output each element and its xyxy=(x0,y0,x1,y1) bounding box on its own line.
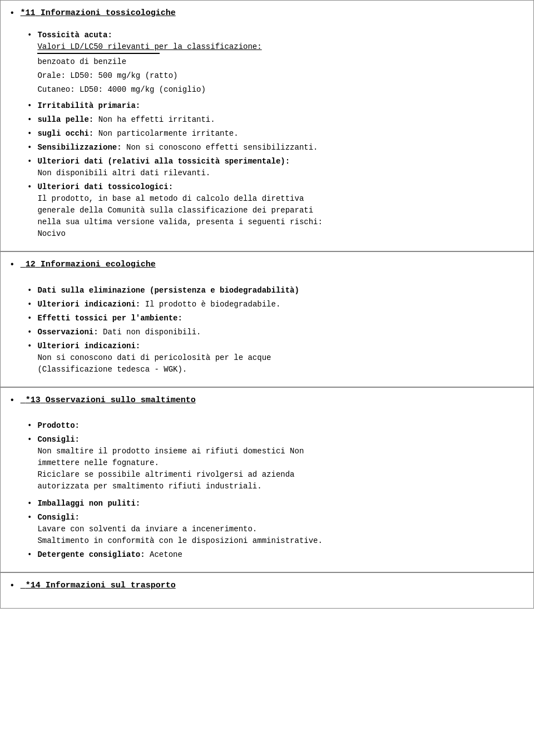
dati-eliminazione-content: Dati sulla eliminazione (persistenza e b… xyxy=(37,285,299,297)
section-13-title: *13 Osservazioni sullo smaltimento xyxy=(21,394,196,406)
imballaggi-label: Imballaggi non puliti: xyxy=(37,499,140,508)
occhi-content: sugli occhi: Non particolarmente irritan… xyxy=(37,128,238,140)
imballaggi-content: Imballaggi non puliti: xyxy=(37,498,140,510)
section-12-content: • Dati sulla eliminazione (persistenza e… xyxy=(9,278,525,375)
detergente-label: Detergente consigliato: xyxy=(37,550,145,559)
detergente-content: Detergente consigliato: Acetone xyxy=(37,549,182,561)
pelle-label: sulla pelle: xyxy=(37,115,93,124)
prodotto-label: Prodotto: xyxy=(37,421,80,430)
bullet-pelle: • xyxy=(27,114,32,126)
osservazioni-content: Osservazioni: Dati non disponibili. xyxy=(37,327,201,338)
sub-item-prodotto: • Prodotto: xyxy=(27,420,525,432)
sub-item-dati-eliminazione: • Dati sulla eliminazione (persistenza e… xyxy=(27,285,525,297)
sub-item-tossicita: • Tossicità acuta: Valori LD/LC50 rileva… xyxy=(27,29,525,98)
sub-item-effetti-tossici: • Effetti tossici per l'ambiente: xyxy=(27,313,525,324)
bullet-ulteriori-dati-rel: • xyxy=(27,156,32,167)
bullet-consigli-imballaggi: • xyxy=(27,512,32,523)
bullet-consigli-prodotto: • xyxy=(27,434,32,446)
sub-item-pelle: • sulla pelle: Non ha effetti irritanti. xyxy=(27,114,525,126)
effetti-tossici-label: Effetti tossici per l'ambiente: xyxy=(37,314,182,323)
bullet-detergente: • xyxy=(27,549,32,561)
section-12-header: • 12 Informazioni ecologiche xyxy=(9,259,525,271)
page-container: • *11 Informazioni tossicologiche • Toss… xyxy=(0,0,534,756)
bullet-osservazioni: • xyxy=(27,327,32,338)
ulteriori-toss-label: Ulteriori dati tossicologici: xyxy=(37,182,173,191)
bullet-occhi: • xyxy=(27,128,32,140)
sub-item-imballaggi: • Imballaggi non puliti: xyxy=(27,498,525,510)
ld-lc50-subtitle: Valori LD/LC50 rilevanti per la classifi… xyxy=(37,42,261,51)
bullet-ulteriori-toss: • xyxy=(27,181,32,193)
section-12-title: 12 Informazioni ecologiche xyxy=(21,259,156,270)
bullet-dati-eliminazione: • xyxy=(27,285,32,297)
sensibilizzazione-label: Sensibilizzazione: xyxy=(37,143,121,152)
sub-item-sensibilizzazione: • Sensibilizzazione: Non si conoscono ef… xyxy=(27,142,525,154)
bullet-imballaggi: • xyxy=(27,498,32,510)
sub-item-detergente: • Detergente consigliato: Acetone xyxy=(27,549,525,561)
bullet-ulteriori-biod: • xyxy=(27,299,32,310)
tossicita-label: Tossicità acuta: xyxy=(37,31,112,39)
benzile-line1: benzoato di benzile xyxy=(37,56,261,68)
consigli-prodotto-content: Consigli: Non smaltire il prodotto insie… xyxy=(37,434,304,492)
sensibilizzazione-content: Sensibilizzazione: Non si conoscono effe… xyxy=(37,142,318,154)
section-14-header: • *14 Informazioni sul trasporto xyxy=(9,580,525,592)
section-14-bullet: • xyxy=(9,580,15,592)
effetti-tossici-content: Effetti tossici per l'ambiente: xyxy=(37,313,182,324)
sub-item-consigli-imballaggi: • Consigli: Lavare con solventi da invia… xyxy=(27,512,525,547)
section-13-header: • *13 Osservazioni sullo smaltimento xyxy=(9,394,525,407)
tossicita-content: Tossicità acuta: Valori LD/LC50 rilevant… xyxy=(37,29,261,98)
pelle-content: sulla pelle: Non ha effetti irritanti. xyxy=(37,114,215,126)
sub-item-ulteriori-wgk: • Ulteriori indicazioni: Non si conoscon… xyxy=(27,340,525,375)
sub-item-osservazioni: • Osservazioni: Dati non disponibili. xyxy=(27,327,525,338)
bullet-effetti-tossici: • xyxy=(27,313,32,324)
sub-item-ulteriori-dati-rel: • Ulteriori dati (relativi alla tossicit… xyxy=(27,156,525,179)
ulteriori-toss-content: Ulteriori dati tossicologici: Il prodott… xyxy=(37,181,322,240)
sub-item-ulteriori-toss: • Ulteriori dati tossicologici: Il prodo… xyxy=(27,181,525,240)
section-14-block: • *14 Informazioni sul trasporto xyxy=(0,572,534,608)
benzile-line3: Cutaneo: LD50: 4000 mg/kg (coniglio) xyxy=(37,84,261,96)
ulteriori-dati-rel-content: Ulteriori dati (relativi alla tossicità … xyxy=(37,156,290,179)
irritabilita-content: Irritabilità primaria: xyxy=(37,100,140,112)
sub-item-occhi: • sugli occhi: Non particolarmente irrit… xyxy=(27,128,525,140)
sub-item-consigli-prodotto: • Consigli: Non smaltire il prodotto ins… xyxy=(27,434,525,492)
bullet-tossicita: • xyxy=(27,29,32,41)
prodotto-content: Prodotto: xyxy=(37,420,80,432)
sub-item-ulteriori-biod: • Ulteriori indicazioni: Il prodotto è b… xyxy=(27,299,525,310)
ulteriori-biod-content: Ulteriori indicazioni: Il prodotto è bio… xyxy=(37,299,280,310)
section-14-title: *14 Informazioni sul trasporto xyxy=(21,580,176,591)
section-13-block: • *13 Osservazioni sullo smaltimento • P… xyxy=(0,387,534,572)
section-11-bullet: • xyxy=(9,7,15,19)
ulteriori-wgk-content: Ulteriori indicazioni: Non si conoscono … xyxy=(37,340,271,375)
consigli-imballaggi-content: Consigli: Lavare con solventi da inviare… xyxy=(37,512,322,547)
bullet-ulteriori-wgk: • xyxy=(27,340,32,352)
section-11-title-text: Informazioni tossicologiche xyxy=(36,7,176,19)
section-12-block: • 12 Informazioni ecologiche • Dati sull… xyxy=(0,251,534,387)
bullet-prodotto: • xyxy=(27,420,32,432)
consigli-imballaggi-label: Consigli: xyxy=(37,513,80,522)
bullet-sensibilizzazione: • xyxy=(27,142,32,154)
section-11-title: *11 xyxy=(21,7,36,19)
section-13-bullet: • xyxy=(9,394,15,407)
section-11-block: • *11 Informazioni tossicologiche • Toss… xyxy=(0,0,534,251)
section-13-content: • Prodotto: • Consigli: Non smaltire il … xyxy=(9,413,525,561)
ulteriori-wgk-label: Ulteriori indicazioni: xyxy=(37,342,140,350)
osservazioni-label: Osservazioni: xyxy=(37,328,98,337)
ulteriori-dati-rel-label: Ulteriori dati (relativi alla tossicità … xyxy=(37,157,290,166)
section-11-header: • *11 Informazioni tossicologiche xyxy=(9,7,525,19)
irritabilita-label: Irritabilità primaria: xyxy=(37,101,140,110)
section-12-bullet: • xyxy=(9,259,15,271)
sub-item-irritabilita: • Irritabilità primaria: xyxy=(27,100,525,112)
dati-eliminazione-label: Dati sulla eliminazione (persistenza e b… xyxy=(37,286,299,295)
bullet-irritabilita: • xyxy=(27,100,32,112)
benzile-line2: Orale: LD50: 500 mg/kg (ratto) xyxy=(37,70,261,82)
section-11-content: • Tossicità acuta: Valori LD/LC50 rileva… xyxy=(9,26,525,240)
ulteriori-biod-label: Ulteriori indicazioni: xyxy=(37,300,140,309)
underline-decoration xyxy=(37,53,160,54)
occhi-label: sugli occhi: xyxy=(37,129,93,138)
consigli-prodotto-label: Consigli: xyxy=(37,435,80,444)
